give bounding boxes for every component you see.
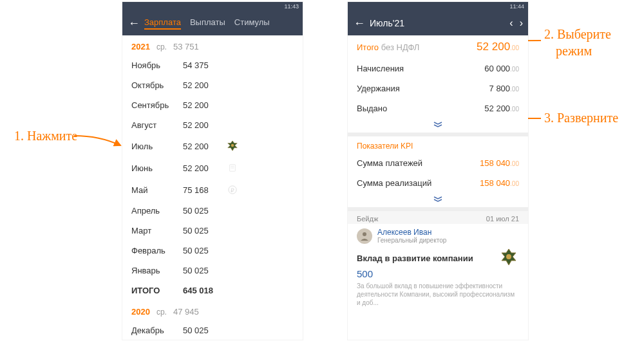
person-info: Алексеев Иван Генеральный директор: [377, 228, 446, 244]
month-value: 52 200: [183, 120, 222, 130]
month-name: Ноябрь: [131, 60, 178, 70]
month-value: 50 025: [183, 326, 222, 335]
row-amount: 158 040.00: [480, 178, 519, 188]
row-label: Сумма платежей: [357, 158, 422, 168]
month-name: Июль: [131, 142, 178, 151]
month-value: 50 025: [183, 246, 222, 255]
total-sub: без НДФЛ: [379, 42, 419, 52]
phone-salary-list: 11:43 ← Зарплата Выплаты Стимулы 2021 ср…: [122, 2, 303, 340]
year-label: 2021: [131, 42, 150, 51]
badge-title-row: Вклад в развитие компании: [348, 245, 528, 268]
summary-row[interactable]: Удержания7 800.00: [348, 78, 528, 98]
kpi-title: Показатели KPI: [348, 136, 528, 153]
kpi-row[interactable]: Сумма платежей158 040.00: [348, 153, 528, 173]
month-row[interactable]: Сентябрь52 200: [122, 95, 303, 115]
summary-total-row[interactable]: Итого без НДФЛ 52 200.00: [348, 35, 528, 59]
page-title: Июль'21: [370, 18, 506, 28]
prev-month-button[interactable]: ‹: [509, 17, 513, 29]
year-2020-row[interactable]: 2020 ср. 47 945: [122, 300, 303, 320]
month-row[interactable]: Май75 168₽: [122, 179, 303, 201]
svg-point-7: [363, 232, 366, 236]
month-row[interactable]: Август52 200: [122, 115, 303, 135]
status-time: 11:44: [509, 3, 524, 10]
month-name: Август: [131, 120, 178, 130]
titlebar: ← Июль'21 ‹ ›: [348, 11, 528, 35]
expand-summary[interactable]: [348, 118, 528, 133]
tab-payouts[interactable]: Выплаты: [190, 17, 225, 30]
annotation-step1: 1. Нажмите: [14, 129, 77, 143]
svg-point-1: [231, 144, 234, 147]
status-bar: 11:43: [122, 2, 303, 11]
month-row[interactable]: Июнь52 200: [122, 157, 303, 179]
total-value: 645 018: [183, 286, 222, 295]
avg-label: ср.: [156, 308, 167, 317]
tab-salary[interactable]: Зарплата: [144, 17, 181, 30]
titlebar: ← Зарплата Выплаты Стимулы: [122, 11, 303, 35]
status-bar: 11:44: [348, 2, 528, 11]
month-row[interactable]: Июль52 200: [122, 135, 303, 157]
svg-point-9: [506, 254, 511, 259]
month-name: Январь: [131, 266, 178, 275]
back-button[interactable]: ←: [353, 17, 366, 30]
month-value: 50 025: [183, 226, 222, 235]
tabs: Зарплата Выплаты Стимулы: [144, 17, 270, 30]
row-amount: 158 040.00: [480, 158, 519, 168]
row-label: Начисления: [357, 64, 404, 73]
total-label: ИТОГО: [131, 286, 178, 295]
month-row[interactable]: Февраль50 025: [122, 241, 303, 261]
salary-content[interactable]: 2021 ср. 53 751 Ноябрь54 375Октябрь52 20…: [122, 35, 303, 340]
month-row[interactable]: Октябрь52 200: [122, 75, 303, 95]
back-button[interactable]: ←: [128, 17, 140, 30]
month-name: Февраль: [131, 246, 178, 255]
summary-row[interactable]: Выдано52 200.00: [348, 98, 528, 118]
val: 52 200: [477, 41, 510, 53]
badge-description: За большой вклад в повышение эффективнос…: [348, 282, 528, 312]
tab-incentives[interactable]: Стимулы: [234, 17, 270, 30]
month-name: Сентябрь: [131, 100, 178, 110]
month-value: 54 375: [183, 60, 222, 70]
summary-total-value: 52 200.00: [477, 41, 519, 53]
person-role: Генеральный директор: [377, 237, 446, 244]
badge-section-header: Бейдж 01 июл 21: [348, 211, 528, 224]
doc-icon: [227, 162, 238, 174]
year-2021-row[interactable]: 2021 ср. 53 751: [122, 35, 303, 55]
ruble-icon: ₽: [227, 184, 238, 196]
month-name: Декабрь: [131, 326, 178, 335]
month-row[interactable]: Декабрь50 025: [122, 320, 303, 340]
month-name: Март: [131, 226, 178, 235]
month-value: 50 025: [183, 206, 222, 216]
detail-content[interactable]: Итого без НДФЛ 52 200.00 Начисления60 00…: [348, 35, 528, 340]
month-value: 52 200: [183, 80, 222, 90]
row-amount: 52 200.00: [484, 104, 519, 113]
month-row[interactable]: Март50 025: [122, 221, 303, 241]
month-value: 52 200: [183, 163, 222, 173]
month-value: 50 025: [183, 266, 222, 275]
expand-kpi[interactable]: [348, 193, 528, 207]
annotation-step2-line2: режим: [544, 44, 592, 58]
badge-author-row[interactable]: Алексеев Иван Генеральный директор: [348, 224, 528, 245]
summary-row[interactable]: Начисления60 000.00: [348, 59, 528, 78]
avg-value: 53 751: [173, 42, 199, 51]
month-value: 52 200: [183, 100, 222, 110]
medal-icon: [227, 140, 238, 152]
month-row[interactable]: Январь50 025: [122, 261, 303, 281]
person-name: Алексеев Иван: [377, 228, 446, 237]
avg-label: ср.: [156, 42, 167, 51]
month-nav: ‹ ›: [509, 17, 523, 29]
total-text: Итого: [357, 42, 379, 52]
month-row[interactable]: Апрель50 025: [122, 201, 303, 221]
month-name: Май: [131, 185, 178, 195]
annotation-step2-line1: 2. Выберите: [544, 27, 611, 41]
avg-value: 47 945: [173, 307, 199, 317]
medal-icon: [498, 248, 519, 268]
row-label: Выдано: [357, 104, 387, 113]
summary-total-label: Итого без НДФЛ: [357, 42, 419, 52]
kpi-row[interactable]: Сумма реализаций158 040.00: [348, 173, 528, 193]
total-row: ИТОГО 645 018: [122, 281, 303, 300]
month-row[interactable]: Ноябрь54 375: [122, 55, 303, 75]
annotation-step3: 3. Разверните: [544, 111, 618, 125]
badge-header-label: Бейдж: [357, 215, 378, 223]
next-month-button[interactable]: ›: [520, 17, 523, 29]
month-name: Апрель: [131, 206, 178, 216]
svg-text:₽: ₽: [231, 187, 234, 194]
